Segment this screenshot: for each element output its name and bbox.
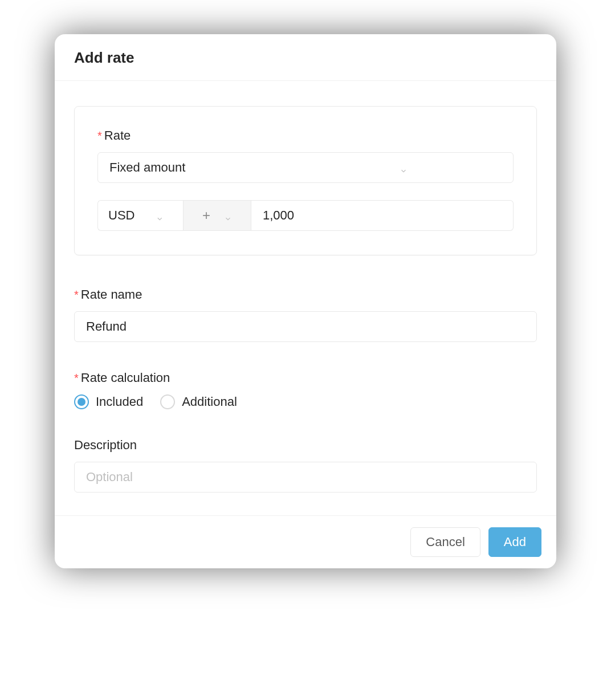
required-star-icon: * [74,288,79,301]
required-star-icon: * [74,372,79,384]
rate-calculation-radio-group: Included Additional [74,394,537,409]
rate-type-value: Fixed amount [109,160,306,175]
chevron-down-icon [306,164,502,172]
radio-additional[interactable]: Additional [160,394,237,409]
rate-name-input[interactable] [74,311,537,342]
plus-icon: + [202,207,210,223]
rate-type-select[interactable]: Fixed amount [97,152,514,183]
modal-footer: Cancel Add [55,515,556,568]
rate-calculation-field: *Rate calculation Included Additional [74,371,537,409]
description-label: Description [74,438,537,453]
rate-label: *Rate [97,128,514,143]
radio-included-label: Included [96,394,143,409]
radio-unchecked-icon [160,394,175,409]
rate-name-label: *Rate name [74,287,537,302]
currency-value: USD [108,208,135,223]
add-button[interactable]: Add [488,527,541,557]
chevron-down-icon [146,211,173,219]
rate-calculation-label: *Rate calculation [74,371,537,385]
amount-row: USD + [97,200,514,231]
radio-included[interactable]: Included [74,394,143,409]
radio-checked-icon [74,394,89,409]
currency-select[interactable]: USD [97,200,183,231]
description-field: Description [74,438,537,493]
rate-card: *Rate Fixed amount USD + [74,106,537,255]
modal-title: Add rate [74,49,537,67]
add-rate-modal: Add rate *Rate Fixed amount USD [55,34,556,568]
chevron-down-icon [224,211,232,219]
description-input[interactable] [74,462,537,493]
required-star-icon: * [97,129,102,142]
rate-name-field: *Rate name [74,287,537,342]
modal-body: *Rate Fixed amount USD + [55,81,556,515]
cancel-button[interactable]: Cancel [410,527,480,557]
sign-select[interactable]: + [183,200,251,231]
radio-additional-label: Additional [182,394,237,409]
amount-input[interactable] [251,200,514,231]
modal-header: Add rate [55,34,556,81]
